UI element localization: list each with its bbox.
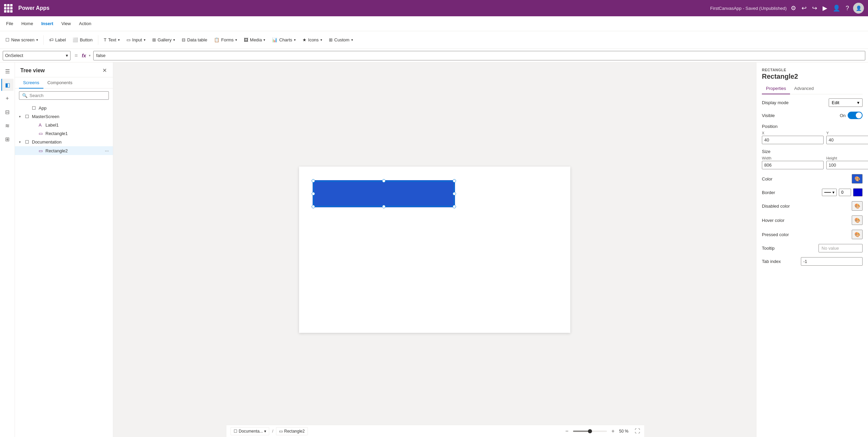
border-color-swatch[interactable] (853, 188, 863, 196)
canvas-area: ☐ Documenta... ▾ / ▭ Rectangle2 − + 50 %… (113, 62, 756, 437)
charts-button[interactable]: 📊 Charts ▾ (269, 36, 298, 44)
tab-screens[interactable]: Screens (19, 77, 43, 89)
formula-input[interactable] (93, 51, 865, 60)
undo-button[interactable]: ↩ (802, 4, 807, 12)
tree-item-label6: Rectangle2 (45, 148, 103, 153)
toolbar: ☐ New screen ▾ 🏷 Label ⬜ Button T Text ▾… (0, 31, 868, 49)
settings-icon[interactable]: ⚙ (791, 4, 796, 12)
media-button[interactable]: 🖼 Media ▾ (241, 36, 268, 44)
new-screen-button[interactable]: ☐ New screen ▾ (3, 36, 41, 44)
tree-item-rectangle2[interactable]: ▭ Rectangle2 ··· (15, 146, 113, 155)
more-options-icon[interactable]: ··· (105, 148, 109, 153)
zoom-slider[interactable] (573, 431, 607, 432)
separator2 (98, 35, 98, 45)
chevron-down-icon13: ▾ (832, 190, 834, 195)
tree-item-rectangle1[interactable]: ▭ Rectangle1 (15, 129, 113, 138)
color-swatch[interactable]: 🎨 (852, 174, 863, 184)
handle-top-mid[interactable] (382, 179, 386, 183)
rectangle2-element[interactable] (313, 180, 455, 207)
screen-icon4: ☐ (234, 429, 237, 434)
tree-item-documentation[interactable]: ▾ ☐ Documentation (15, 138, 113, 146)
tree-search-box: 🔍 (19, 91, 109, 100)
label-button[interactable]: 🏷 Label (46, 36, 69, 44)
handle-bot-mid[interactable] (382, 205, 386, 208)
handle-mid-right[interactable] (453, 192, 456, 195)
x-label: X (762, 131, 824, 135)
waffle-icon[interactable] (4, 4, 12, 12)
bottom-bar: ☐ Documenta... ▾ / ▭ Rectangle2 − + 50 %… (226, 425, 644, 437)
menu-view[interactable]: View (58, 19, 74, 28)
data-table-button[interactable]: ⊟ Data table (179, 36, 210, 44)
bottom-screen-breadcrumb[interactable]: ☐ Documenta... ▾ (231, 427, 269, 435)
position-y-input[interactable] (826, 136, 868, 144)
tab-properties[interactable]: Properties (762, 83, 790, 94)
hover-color-label: Hover color (762, 218, 784, 223)
sidebar-components-icon[interactable]: ⊞ (1, 133, 14, 145)
pressed-color-swatch[interactable]: 🎨 (852, 230, 863, 239)
zoom-out-button[interactable]: − (563, 427, 571, 435)
menu-insert[interactable]: Insert (38, 19, 57, 28)
display-mode-dropdown[interactable]: Edit ▾ (829, 98, 863, 107)
sidebar-tree-icon[interactable]: ◧ (1, 79, 14, 91)
menu-file[interactable]: File (3, 19, 17, 28)
tab-index-input[interactable] (801, 257, 863, 266)
play-button[interactable]: ▶ (823, 4, 827, 12)
disabled-color-row: Disabled color 🎨 (762, 201, 863, 211)
bottom-rect-breadcrumb[interactable]: ▭ Rectangle2 (276, 427, 308, 435)
save-status: FirstCanvasApp - Saved (Unpublished) (710, 6, 787, 11)
menu-action[interactable]: Action (76, 19, 95, 28)
fullscreen-icon[interactable]: ⛶ (635, 428, 640, 434)
handle-top-right[interactable] (453, 179, 456, 183)
gallery-button[interactable]: ⊞ Gallery ▾ (150, 36, 178, 44)
handle-mid-left[interactable] (312, 192, 315, 195)
property-dropdown[interactable]: OnSelect ▾ (3, 51, 71, 60)
search-icon: 🔍 (22, 93, 27, 98)
border-style-dropdown[interactable]: ▾ (822, 189, 837, 196)
color-row: Color 🎨 (762, 174, 863, 184)
chevron-down-icon4: ▾ (173, 38, 175, 42)
tree-item-masterscreen[interactable]: ▾ ☐ MasterScreen (15, 112, 113, 121)
search-input[interactable] (29, 93, 106, 98)
size-height-input[interactable] (826, 161, 868, 169)
tooltip-input[interactable]: No value (818, 244, 863, 252)
handle-top-left[interactable] (312, 179, 315, 183)
handle-bot-right[interactable] (453, 205, 456, 208)
sidebar-database-icon[interactable]: ⊟ (1, 106, 14, 118)
sidebar-menu-icon[interactable]: ☰ (1, 65, 14, 77)
sidebar-plus-icon[interactable]: + (1, 92, 14, 104)
visible-toggle[interactable] (848, 112, 863, 119)
border-width-input[interactable] (839, 189, 851, 196)
visible-row: Visible On (762, 112, 863, 119)
icons-button[interactable]: ★ Icons ▾ (300, 36, 325, 44)
label-icon2: A (39, 122, 44, 128)
button-button[interactable]: ⬜ Button (70, 36, 95, 44)
forms-button[interactable]: 📋 Forms ▾ (211, 36, 240, 44)
zoom-in-button[interactable]: + (609, 427, 617, 435)
chevron-down-icon8: ▾ (320, 38, 322, 42)
handle-bot-left[interactable] (312, 205, 315, 208)
sidebar-variables-icon[interactable]: ≋ (1, 119, 14, 132)
tree-item-label1[interactable]: A Label1 (15, 121, 113, 129)
hover-color-swatch[interactable]: 🎨 (852, 215, 863, 225)
user-icon[interactable]: 👤 (833, 4, 840, 12)
disabled-color-swatch[interactable]: 🎨 (852, 201, 863, 211)
text-button[interactable]: T Text ▾ (101, 36, 122, 44)
border-row: Border ▾ (762, 188, 863, 196)
tree-item-app[interactable]: ☐ App (15, 104, 113, 112)
position-x-input[interactable] (762, 136, 824, 144)
size-width-input[interactable] (762, 161, 824, 169)
tab-components[interactable]: Components (43, 77, 77, 89)
close-icon[interactable]: ✕ (102, 66, 107, 74)
tab-advanced[interactable]: Advanced (790, 83, 818, 94)
custom-button[interactable]: ⊞ Custom ▾ (326, 36, 356, 44)
canvas-screen[interactable] (299, 167, 570, 333)
help-icon[interactable]: ? (846, 5, 849, 12)
redo-button[interactable]: ↪ (812, 4, 817, 12)
menu-home[interactable]: Home (18, 19, 37, 28)
chevron-down-icon: ▾ (36, 38, 38, 42)
avatar[interactable]: 👤 (853, 3, 864, 14)
input-button[interactable]: ▭ Input ▾ (124, 36, 148, 44)
rect-icon2: ▭ (39, 148, 44, 153)
disabled-picker-icon: 🎨 (854, 203, 860, 209)
button-icon: ⬜ (73, 37, 78, 42)
